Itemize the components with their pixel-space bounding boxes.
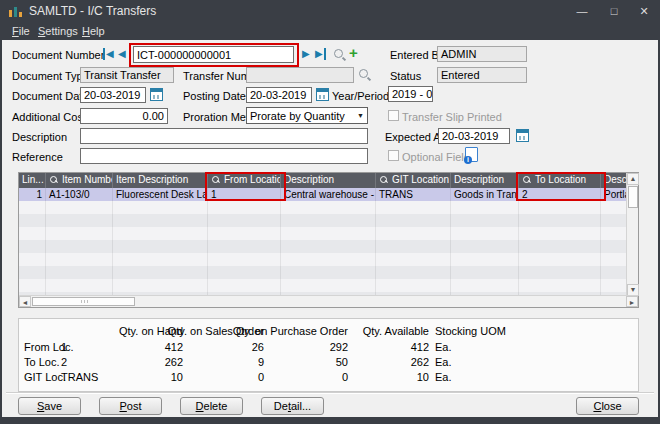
expected-arrival-calendar-icon[interactable] (516, 129, 529, 142)
vertical-scroll-thumb[interactable] (628, 186, 638, 208)
entered-by-field: ADMIN (437, 46, 527, 62)
summary-qty-available: 10 (417, 371, 429, 383)
nav-previous-icon[interactable]: ◀ (118, 48, 126, 60)
grid-cell-empty (451, 266, 519, 279)
grid-cell[interactable]: Portland ( (601, 188, 626, 201)
grid-vertical-scrollbar[interactable]: ▲ ▼ (626, 173, 638, 296)
grid-cell-empty (281, 227, 376, 240)
summary-qty-on-sales-order: 26 (252, 341, 264, 353)
summary-location-value: 2 (61, 356, 67, 368)
scroll-right-icon[interactable]: ► (626, 296, 638, 307)
transfer-slip-printed-checkbox (388, 110, 399, 121)
optional-fields-checkbox (388, 150, 399, 161)
column-header-label: GIT Location (392, 174, 449, 185)
minimize-icon[interactable]: — (567, 0, 597, 22)
grid-cell[interactable]: 1 (208, 188, 281, 201)
summary-header: Stocking UOM (435, 325, 506, 337)
posting-date-input[interactable] (246, 87, 312, 103)
quantity-summary-panel: Qty. on HandQty. on Sales OrderQty. on P… (18, 318, 639, 392)
nav-last-icon[interactable]: ▶ (315, 48, 326, 60)
grid-cell-empty (451, 214, 519, 227)
grid-cell[interactable]: TRANS (376, 188, 451, 201)
column-header-item-number[interactable]: Item Number (46, 173, 113, 188)
grid-cell-empty (281, 214, 376, 227)
menu-settings[interactable]: Settings (34, 24, 82, 38)
grid-cell-empty (113, 253, 208, 266)
summary-qty-on-hand: 262 (165, 356, 183, 368)
column-header-description[interactable]: Description (601, 173, 626, 188)
grid-cell[interactable]: A1-103/0 (46, 188, 113, 201)
grid-cell-empty (113, 201, 208, 214)
summary-stocking-uom: Ea. (435, 371, 452, 383)
horizontal-scroll-thumb[interactable] (32, 297, 135, 306)
detail-button[interactable]: Detail... (261, 397, 324, 415)
summary-qty-on-purchase-order: 0 (342, 371, 348, 383)
proration-method-select[interactable]: Prorate by Quantity ▼ (246, 107, 368, 124)
grid-cell-empty (376, 279, 451, 292)
grid-cell[interactable]: Fluorescent Desk Lamp (113, 188, 208, 201)
title-bar: SAMLTD - I/C Transfers — □ ✕ (0, 0, 660, 22)
expected-arrival-input[interactable] (438, 128, 510, 144)
grid-cell-empty (376, 266, 451, 279)
grid-cell-empty (208, 266, 281, 279)
menu-file[interactable]: File (8, 24, 34, 38)
description-input[interactable] (80, 128, 368, 144)
column-header-label: Description (604, 174, 626, 185)
column-header-item-description[interactable]: Item Description (113, 173, 208, 188)
additional-cost-label: Additional Cost (12, 111, 86, 123)
column-header-description[interactable]: Description (451, 173, 519, 188)
grid-body: 1A1-103/0Fluorescent Desk Lamp1Central w… (19, 188, 626, 296)
year-period-field: 2019 - 03 (388, 86, 433, 102)
summary-header: Qty. Available (363, 325, 429, 337)
new-document-icon[interactable]: + (349, 46, 358, 60)
document-type-label: Document Type (12, 70, 89, 82)
grid-cell[interactable]: 2 (519, 188, 601, 201)
close-button[interactable]: Close (576, 397, 639, 415)
grid-cell-empty (113, 266, 208, 279)
additional-cost-input[interactable] (80, 108, 168, 124)
nav-first-icon[interactable]: ◀ (103, 48, 114, 60)
column-header-git-location[interactable]: GIT Location (376, 173, 451, 188)
menu-help[interactable]: Help (78, 24, 109, 38)
table-row-selected[interactable]: 1A1-103/0Fluorescent Desk Lamp1Central w… (19, 188, 626, 201)
save-button[interactable]: Save (18, 397, 81, 415)
grid-cell-empty (46, 279, 113, 292)
grid-cell[interactable]: Goods in Transit (451, 188, 519, 201)
column-header-to-location[interactable]: To Location (519, 173, 601, 188)
button-divider (6, 392, 654, 393)
summary-stocking-uom: Ea. (435, 341, 452, 353)
column-header-from-location[interactable]: From Location (208, 173, 281, 188)
close-icon[interactable]: ✕ (629, 0, 659, 22)
grid-horizontal-scrollbar[interactable]: ◄ ► (19, 295, 638, 307)
column-header-description[interactable]: Description (281, 173, 376, 188)
scroll-left-icon[interactable]: ◄ (19, 296, 31, 307)
column-header-lin-[interactable]: Lin... (19, 173, 46, 188)
grid-cell-empty (519, 227, 601, 240)
grid-cell-empty (19, 253, 46, 266)
scroll-up-icon[interactable]: ▲ (627, 173, 639, 185)
transfer-number-search-icon[interactable] (358, 68, 371, 81)
column-search-icon (523, 176, 530, 183)
summary-qty-available: 262 (411, 356, 429, 368)
document-date-input[interactable] (80, 87, 146, 103)
posting-date-calendar-icon[interactable] (316, 88, 329, 101)
maximize-icon[interactable]: □ (599, 0, 629, 22)
reference-input[interactable] (80, 148, 368, 164)
document-number-input[interactable] (133, 46, 294, 63)
optional-fields-zoom-icon (465, 147, 478, 162)
grid-cell[interactable]: Central warehouse - Seattle (281, 188, 376, 201)
table-row-empty (19, 227, 626, 240)
grid-cell-empty (601, 227, 626, 240)
grid-cell-empty (376, 201, 451, 214)
post-button[interactable]: Post (99, 397, 162, 415)
delete-button[interactable]: Delete (180, 397, 243, 415)
document-date-calendar-icon[interactable] (150, 88, 163, 101)
document-number-search-icon[interactable] (333, 48, 346, 61)
year-period-label: Year/Period (332, 90, 389, 102)
grid-cell[interactable]: 1 (19, 188, 46, 201)
transfer-number-field (246, 67, 354, 83)
table-row-empty (19, 240, 626, 253)
nav-next-icon[interactable]: ▶ (302, 48, 310, 60)
status-label: Status (390, 70, 421, 82)
grid-cell-empty (519, 279, 601, 292)
